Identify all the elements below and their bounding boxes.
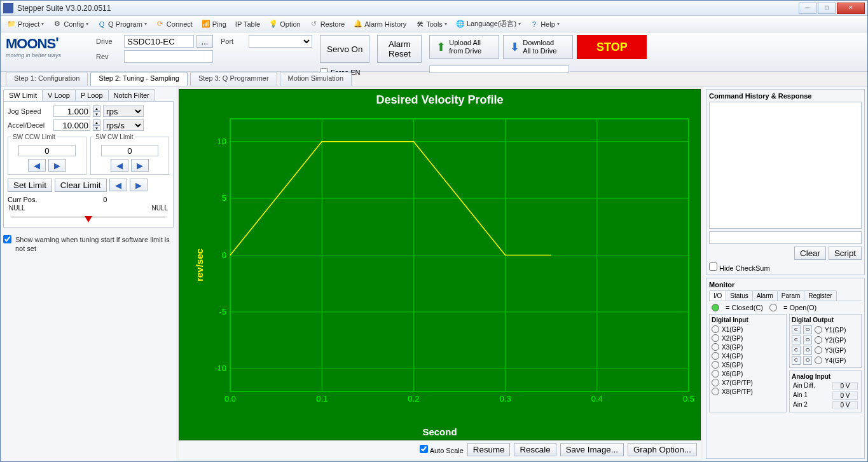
dout-label: Y2(GP)	[825, 337, 846, 344]
menu-option[interactable]: 💡Option	[265, 18, 304, 30]
alarm-reset-button[interactable]: AlarmReset	[377, 35, 422, 63]
show-warning-checkbox[interactable]	[3, 235, 11, 243]
resume-button[interactable]: Resume	[467, 443, 511, 456]
alarm-icon: 🔔	[354, 20, 362, 29]
dout-o-button[interactable]: O	[803, 346, 812, 355]
monitor-tab-status[interactable]: Status	[726, 290, 752, 301]
graph-option-button[interactable]: Graph Option...	[628, 443, 697, 456]
dout-c-button[interactable]: C	[792, 336, 801, 344]
ccw-right-button[interactable]: ▶	[48, 159, 66, 172]
save-image-button[interactable]: Save Image...	[560, 443, 624, 456]
rescale-button[interactable]: Rescale	[514, 443, 556, 456]
monitor-tab-param[interactable]: Param	[777, 290, 804, 301]
monitor-tab-register[interactable]: Register	[804, 290, 836, 301]
svg-text:0.1: 0.1	[316, 394, 327, 404]
subtab-v-loop[interactable]: V Loop	[42, 89, 76, 101]
sw-ccw-limit-group: SW CCW Limit ◀ ▶	[8, 133, 86, 175]
close-button[interactable]: ✕	[837, 3, 865, 14]
port-select[interactable]	[249, 35, 312, 48]
menu-iptable[interactable]: IP Table	[231, 19, 264, 29]
script-button[interactable]: Script	[829, 247, 862, 260]
dout-label: Y4(GP)	[825, 357, 846, 364]
menu-qprogram[interactable]: QQ Program▾	[93, 18, 151, 30]
jog-speed-unit[interactable]: rps	[103, 105, 144, 117]
step-left-button[interactable]: ◀	[109, 179, 127, 191]
menu-language[interactable]: 🌐Language(语言)▾	[452, 18, 525, 30]
status-dot	[815, 336, 822, 344]
subtab-notch[interactable]: Notch Filter	[108, 89, 155, 101]
ain-row: Ain 20 V	[792, 400, 859, 410]
minimize-button[interactable]: ─	[799, 3, 816, 14]
menu-config[interactable]: ⚙Config▾	[49, 18, 92, 30]
monitor-tab-io[interactable]: I/O	[709, 290, 726, 301]
dout-o-button[interactable]: O	[803, 336, 812, 344]
menu-help[interactable]: ?Help▾	[526, 18, 563, 30]
subtab-sw-limit[interactable]: SW Limit	[3, 89, 43, 101]
tab-step1[interactable]: Step 1: Configuration	[6, 72, 88, 86]
ain-value: 0 V	[832, 391, 858, 400]
menu-tools[interactable]: 🛠Tools▾	[411, 18, 451, 30]
slider-thumb[interactable]	[85, 216, 92, 222]
logo-main: MOONS	[6, 36, 55, 51]
status-dot	[815, 326, 822, 334]
dout-c-button[interactable]: C	[792, 325, 801, 334]
accel-input[interactable]	[53, 119, 90, 131]
cw-left-button[interactable]: ◀	[111, 159, 128, 172]
dout-item: COY1(GP)	[792, 325, 859, 335]
cw-right-button[interactable]: ▶	[131, 159, 149, 172]
ccw-left-button[interactable]: ◀	[28, 159, 46, 172]
menu-alarm-history[interactable]: 🔔Alarm History	[350, 18, 410, 30]
hide-checksum-checkbox[interactable]	[709, 262, 717, 271]
menu-connect[interactable]: ⟳Connect	[152, 18, 196, 30]
tab-step3[interactable]: Step 3: Q Programmer	[190, 72, 277, 86]
monitor-tab-alarm[interactable]: Alarm	[752, 290, 778, 301]
monitor-title: Monitor	[709, 281, 862, 289]
dout-o-button[interactable]: O	[803, 356, 812, 365]
cw-limit-input[interactable]	[101, 145, 158, 156]
tab-motion-sim[interactable]: Motion Simulation	[280, 72, 352, 86]
jog-down[interactable]: ▼	[93, 111, 100, 117]
position-slider[interactable]	[11, 217, 165, 223]
drive-input[interactable]	[124, 35, 194, 48]
svg-text:0: 0	[222, 250, 226, 260]
dout-c-button[interactable]: C	[792, 356, 801, 365]
maximize-button[interactable]: □	[818, 3, 836, 14]
jog-speed-input[interactable]	[53, 105, 90, 117]
clear-limit-button[interactable]: Clear Limit	[55, 179, 107, 192]
auto-scale-checkbox[interactable]	[420, 445, 428, 453]
help-icon: ?	[530, 20, 539, 29]
ain-value: 0 V	[832, 382, 858, 390]
drive-browse-button[interactable]: ...	[196, 35, 213, 48]
menu-restore[interactable]: ↺Restore	[306, 18, 349, 30]
command-input[interactable]	[709, 231, 862, 244]
menu-project[interactable]: 📁Project▾	[3, 18, 48, 30]
dout-item: COY2(GP)	[792, 335, 859, 345]
stop-button[interactable]: STOP	[577, 35, 647, 59]
history-textarea[interactable]	[709, 102, 862, 229]
accel-unit[interactable]: rps/s	[103, 119, 144, 131]
rev-input[interactable]	[124, 50, 213, 63]
subtab-p-loop[interactable]: P Loop	[75, 89, 109, 101]
restore-icon: ↺	[310, 20, 319, 29]
din-item: X2(GP)	[712, 334, 784, 343]
status-dot	[712, 334, 719, 342]
download-icon: ⬇	[510, 43, 519, 51]
jog-up[interactable]: ▲	[93, 105, 100, 111]
step-right-button[interactable]: ▶	[130, 179, 148, 191]
sw-cw-limit-group: SW CW Limit ◀ ▶	[90, 133, 169, 175]
accel-down[interactable]: ▼	[93, 125, 100, 131]
download-all-button[interactable]: ⬇ DownloadAll to Drive	[503, 35, 573, 59]
ccw-limit-input[interactable]	[18, 145, 76, 156]
upload-all-button[interactable]: ⬆ Upload Allfrom Drive	[429, 35, 499, 59]
set-limit-button[interactable]: Set Limit	[8, 179, 52, 192]
clear-history-button[interactable]: Clear	[794, 247, 826, 260]
servo-on-button[interactable]: Servo On	[320, 35, 369, 63]
accel-up[interactable]: ▲	[93, 119, 100, 125]
tab-step2[interactable]: Step 2: Tuning - Sampling	[90, 72, 188, 86]
dout-o-button[interactable]: O	[803, 325, 812, 334]
rev-label: Rev	[96, 53, 121, 60]
status-dot	[815, 346, 822, 354]
svg-text:-10: -10	[214, 363, 226, 373]
menu-ping[interactable]: 📶Ping	[198, 18, 230, 30]
dout-c-button[interactable]: C	[792, 346, 801, 355]
